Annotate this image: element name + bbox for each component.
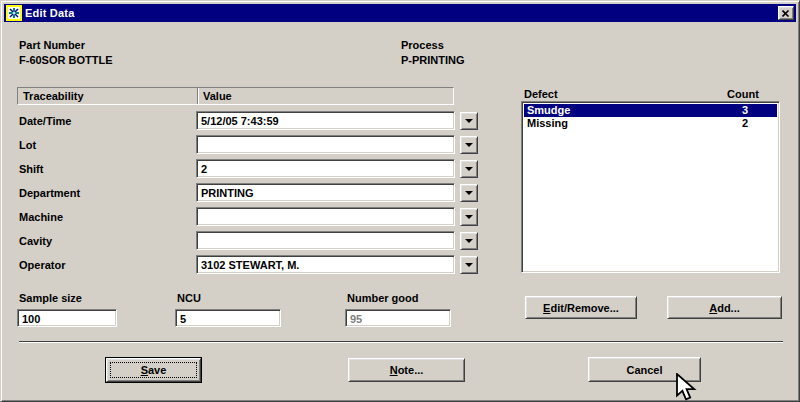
edit-data-dialog: Edit Data Part Number F-60SOR BOTTLE Pro…: [0, 0, 800, 402]
defect-name: Missing: [524, 117, 568, 129]
chevron-down-icon: [465, 143, 473, 147]
row-label-date-time: Date/Time: [19, 115, 71, 127]
row-label-cavity: Cavity: [19, 235, 52, 247]
chevron-down-icon: [465, 119, 473, 123]
number-good-label: Number good: [347, 292, 419, 304]
cavity-dropdown-button[interactable]: [460, 232, 478, 250]
process-label: Process: [401, 39, 444, 51]
lot-input[interactable]: [196, 135, 455, 154]
cavity-input[interactable]: [196, 231, 455, 250]
header-cell-value: Value: [199, 90, 453, 102]
cancel-button[interactable]: Cancel: [588, 357, 701, 382]
chevron-down-icon: [465, 215, 473, 219]
edit-remove-button-label: Edit/Remove...: [543, 302, 619, 314]
separator: [19, 341, 783, 343]
app-icon: [6, 5, 22, 21]
title-bar[interactable]: Edit Data: [4, 4, 796, 22]
shift-input[interactable]: [196, 159, 455, 178]
note-button-label: Note...: [390, 364, 424, 376]
cancel-button-label: Cancel: [626, 364, 662, 376]
add-button[interactable]: Add...: [667, 296, 782, 319]
shift-dropdown-button[interactable]: [460, 160, 478, 178]
part-number-value: F-60SOR BOTTLE: [19, 54, 113, 66]
close-icon: [782, 10, 790, 17]
machine-input[interactable]: [196, 207, 455, 226]
defect-list-item[interactable]: Missing 2: [524, 117, 777, 130]
chevron-down-icon: [465, 167, 473, 171]
operator-dropdown-button[interactable]: [460, 256, 478, 274]
department-dropdown-button[interactable]: [460, 184, 478, 202]
sample-size-input[interactable]: [17, 309, 117, 327]
save-button[interactable]: Save: [105, 357, 202, 383]
part-number-label: Part Number: [19, 39, 85, 51]
number-good-input: [345, 309, 451, 327]
row-label-shift: Shift: [19, 163, 43, 175]
close-button[interactable]: [778, 6, 794, 20]
row-label-department: Department: [19, 187, 80, 199]
lot-dropdown-button[interactable]: [460, 136, 478, 154]
defect-list-item[interactable]: Smudge 3: [524, 104, 777, 117]
ncu-input[interactable]: [175, 309, 281, 327]
sample-size-label: Sample size: [19, 292, 82, 304]
defect-column-header: Defect: [524, 88, 558, 100]
chevron-down-icon: [465, 263, 473, 267]
edit-remove-button[interactable]: Edit/Remove...: [525, 296, 637, 319]
process-value: P-PRINTING: [401, 54, 465, 66]
traceability-table-header: Traceability Value: [17, 87, 454, 105]
date-time-dropdown-button[interactable]: [460, 112, 478, 130]
add-button-label: Add...: [709, 302, 740, 314]
defect-count: 3: [730, 104, 760, 117]
department-input[interactable]: [196, 183, 455, 202]
defect-listbox[interactable]: Smudge 3 Missing 2: [521, 101, 780, 273]
machine-dropdown-button[interactable]: [460, 208, 478, 226]
defect-name: Smudge: [524, 104, 570, 116]
row-label-lot: Lot: [19, 139, 36, 151]
chevron-down-icon: [465, 191, 473, 195]
chevron-down-icon: [465, 239, 473, 243]
row-label-machine: Machine: [19, 211, 63, 223]
row-label-operator: Operator: [19, 259, 65, 271]
date-time-input[interactable]: [196, 111, 455, 130]
note-button[interactable]: Note...: [348, 358, 465, 382]
count-column-header: Count: [713, 88, 773, 100]
defect-count: 2: [730, 117, 760, 130]
save-button-label: Save: [141, 364, 167, 376]
ncu-label: NCU: [177, 292, 201, 304]
operator-input[interactable]: [196, 255, 455, 274]
window-title: Edit Data: [25, 7, 74, 19]
header-cell-traceability: Traceability: [18, 90, 197, 102]
